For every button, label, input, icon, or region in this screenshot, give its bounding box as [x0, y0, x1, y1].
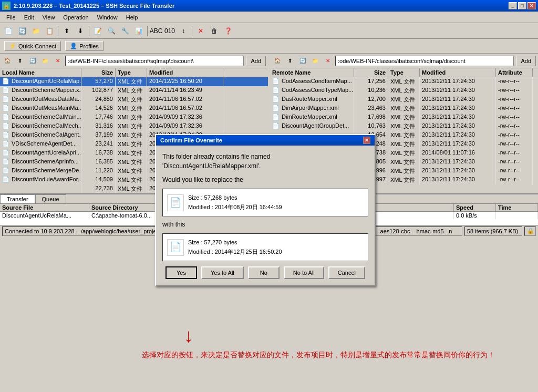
no-button[interactable]: No [248, 266, 280, 279]
dialog-text-3: with this [162, 220, 368, 229]
dialog-title-text: Confirm File Overwrite [160, 137, 222, 143]
new-file-size: Size : 57,270 bytes [188, 238, 282, 247]
original-file-icon: 📄 [167, 194, 184, 211]
dialog-new-file-info: 📄 Size : 57,270 bytes Modified : 2014年12… [162, 233, 368, 261]
dialog-body: This folder already contains file named'… [156, 146, 375, 285]
dialog-close-button[interactable]: ✕ [363, 137, 370, 144]
dialog-original-file-info: 📄 Size : 57,268 bytes Modified : 2014年08… [162, 189, 368, 216]
original-file-modified: Modified : 2014年08月20日 16:44:59 [188, 203, 282, 212]
yes-button[interactable]: Yes [165, 266, 197, 279]
dialog-text-1: This folder already contains file named'… [162, 152, 368, 171]
confirm-overwrite-dialog: Confirm File Overwrite ✕ This folder alr… [155, 134, 376, 286]
no-to-all-button[interactable]: No to All [284, 266, 324, 279]
new-file-icon: 📄 [167, 239, 184, 256]
dialog-overlay: Confirm File Overwrite ✕ This folder alr… [0, 0, 538, 392]
original-file-details: Size : 57,268 bytes Modified : 2014年08月2… [188, 193, 282, 212]
dialog-buttons: Yes Yes to All No No to All Cancel [162, 266, 368, 279]
dialog-title-bar: Confirm File Overwrite ✕ [156, 135, 375, 146]
new-file-details: Size : 57,270 bytes Modified : 2014年12月2… [188, 238, 282, 256]
new-file-modified: Modified : 2014年12月25日 16:50:20 [188, 247, 282, 257]
original-file-size: Size : 57,268 bytes [188, 193, 282, 203]
cancel-button[interactable]: Cancel [328, 266, 365, 279]
dialog-text-2: Would you like to replace the [162, 175, 368, 184]
yes-to-all-button[interactable]: Yes to All [201, 266, 244, 279]
